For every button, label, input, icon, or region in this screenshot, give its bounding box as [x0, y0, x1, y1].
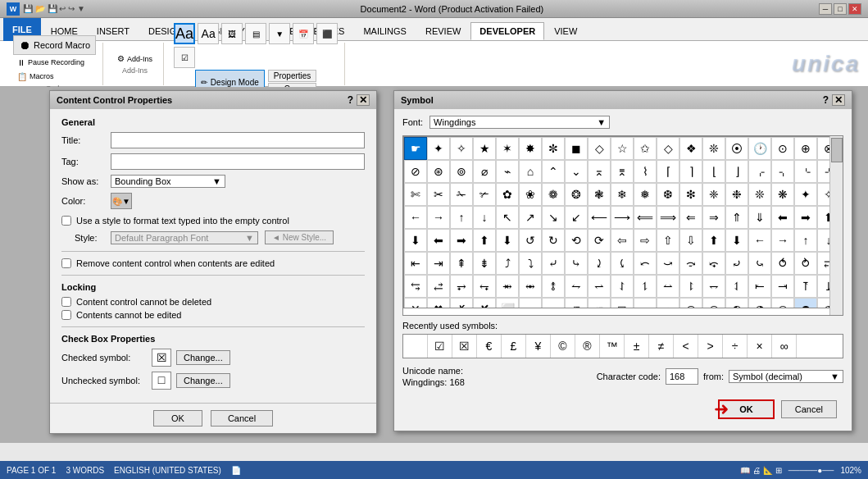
tab-view[interactable]: VIEW: [545, 22, 586, 40]
symbol-cell[interactable]: ⤻: [657, 252, 679, 275]
building-block-button[interactable]: ⬛: [316, 23, 338, 44]
close-button[interactable]: ✕: [848, 3, 861, 15]
symbol-cell[interactable]: ⊕: [794, 137, 817, 160]
symbol-cell[interactable]: ⥎: [657, 275, 679, 298]
symbol-cell[interactable]: ◉: [679, 298, 702, 308]
symbol-cell[interactable]: ⌀: [473, 160, 496, 183]
symbol-cell[interactable]: ⤴: [496, 252, 519, 275]
tab-developer[interactable]: DEVELOPER: [470, 22, 544, 40]
plain-text-control-button[interactable]: Aa: [198, 23, 219, 44]
cannot-delete-checkbox[interactable]: [61, 297, 71, 307]
combo-box-button[interactable]: ▤: [245, 23, 266, 44]
symbol-cell[interactable]: ⤼: [679, 252, 702, 275]
symbol-cell[interactable]: ➡: [794, 206, 817, 229]
symbol-cell[interactable]: ⇐: [679, 206, 702, 229]
recently-used-symbol-cell[interactable]: ≠: [649, 335, 674, 358]
symbol-cell[interactable]: ⥊: [565, 275, 588, 298]
symbol-cell[interactable]: ⥇: [496, 275, 519, 298]
symbol-cell[interactable]: ★: [473, 137, 496, 160]
symbol-cell[interactable]: ◽: [588, 298, 611, 308]
symbol-cancel-button[interactable]: Cancel: [781, 400, 837, 418]
symbol-cell[interactable]: ◓: [794, 298, 817, 308]
symbol-cell[interactable]: ⬆: [702, 229, 725, 252]
font-select[interactable]: Wingdings ▼: [429, 116, 610, 129]
symbol-cell[interactable]: ⇩: [679, 229, 702, 252]
symbol-cell[interactable]: ❊: [748, 183, 771, 206]
recently-used-symbol-cell[interactable]: ®: [575, 335, 600, 358]
ccp-ok-button[interactable]: OK: [153, 410, 202, 427]
symbol-cell[interactable]: ⌈: [657, 160, 679, 183]
symbol-cell[interactable]: ⬅: [771, 206, 794, 229]
symbol-cell[interactable]: ⤶: [542, 252, 565, 275]
symbol-cell[interactable]: ⬜: [496, 298, 519, 308]
symbol-cell[interactable]: →: [771, 229, 794, 252]
symbol-cell[interactable]: ❇: [679, 183, 702, 206]
symbol-cell[interactable]: ❋: [771, 183, 794, 206]
symbol-cell[interactable]: ✗: [450, 298, 473, 308]
symbol-cell[interactable]: ⌌: [748, 160, 771, 183]
symbol-cell[interactable]: ⊙: [771, 137, 794, 160]
symbol-cell[interactable]: ⌅: [588, 160, 611, 183]
symbol-cell[interactable]: ⊚: [450, 160, 473, 183]
symbol-cell[interactable]: ⤿: [748, 252, 771, 275]
checked-change-button[interactable]: Change...: [176, 350, 230, 365]
symbol-cell[interactable]: ⬇: [496, 229, 519, 252]
symbol-cell[interactable]: ↗: [519, 206, 542, 229]
symbol-cell[interactable]: ◾: [565, 298, 588, 308]
symbol-cell[interactable]: ⥆: [473, 275, 496, 298]
symbol-cell[interactable]: ❉: [725, 183, 748, 206]
symbol-cell[interactable]: ✼: [542, 137, 565, 160]
symbol-cell[interactable]: ⦿: [725, 137, 748, 160]
symbol-cell[interactable]: ⌇: [634, 160, 657, 183]
symbol-cell[interactable]: ⌉: [679, 160, 702, 183]
symbol-cell[interactable]: ↑: [450, 206, 473, 229]
zoom-slider[interactable]: ─────●──: [788, 466, 834, 475]
title-input[interactable]: [111, 132, 365, 148]
symbol-cell[interactable]: ⟶: [611, 206, 634, 229]
symbol-cell[interactable]: ⤵: [519, 252, 542, 275]
pause-recording-button[interactable]: ⏸ Pause Recording: [13, 57, 89, 69]
symbol-cell[interactable]: ⥐: [702, 275, 725, 298]
symbol-cell[interactable]: ⇧: [657, 229, 679, 252]
symbol-cell[interactable]: ⇦: [611, 229, 634, 252]
symbol-cell[interactable]: ⇞: [450, 252, 473, 275]
record-macro-button[interactable]: ⏺ Record Macro: [13, 35, 96, 55]
symbol-scrollbar[interactable]: [829, 136, 843, 315]
symbol-cell[interactable]: ○: [657, 298, 679, 308]
symbol-cell[interactable]: ◎: [702, 298, 725, 308]
symbol-cell[interactable]: ⥍: [634, 275, 657, 298]
maximize-button[interactable]: □: [834, 3, 847, 15]
symbol-cell[interactable]: ⇑: [725, 206, 748, 229]
symbol-cell[interactable]: ⌋: [725, 160, 748, 183]
symbol-cell[interactable]: ✕: [404, 298, 427, 308]
recently-used-symbol-cell[interactable]: <: [674, 335, 698, 358]
symbol-cell[interactable]: ⌎: [794, 160, 817, 183]
symbol-cell[interactable]: ◐: [725, 298, 748, 308]
symbol-cell[interactable]: ⥏: [679, 275, 702, 298]
symbol-cell[interactable]: ⬆: [473, 229, 496, 252]
symbol-cell[interactable]: ☆: [611, 137, 634, 160]
symbol-cell[interactable]: ⇟: [473, 252, 496, 275]
symbol-cell[interactable]: ⬇: [404, 229, 427, 252]
remove-when-edited-checkbox[interactable]: [61, 258, 71, 268]
recently-used-symbol-cell[interactable]: ☑: [428, 335, 452, 358]
symbol-cell[interactable]: ⥉: [542, 275, 565, 298]
recently-used-symbol-cell[interactable]: ±: [625, 335, 649, 358]
symbol-cell[interactable]: ⥈: [519, 275, 542, 298]
symbol-cell[interactable]: ⤺: [634, 252, 657, 275]
symbol-cell[interactable]: ⊘: [404, 160, 427, 183]
symbol-cell[interactable]: ←: [404, 206, 427, 229]
new-style-button[interactable]: ◄ New Style...: [265, 230, 334, 244]
symbol-cell[interactable]: ⥅: [450, 275, 473, 298]
picture-control-button[interactable]: 🖼: [221, 23, 243, 44]
symbol-cell[interactable]: ↘: [542, 206, 565, 229]
symbol-cell[interactable]: ⥋: [588, 275, 611, 298]
symbol-cell[interactable]: ✿: [496, 183, 519, 206]
recently-used-symbol-cell[interactable]: ©: [551, 335, 575, 358]
symbol-cell[interactable]: ⌆: [611, 160, 634, 183]
symbol-cell[interactable]: ⟸: [634, 206, 657, 229]
symbol-cell[interactable]: ⌁: [496, 160, 519, 183]
symbol-cell[interactable]: →: [427, 206, 450, 229]
ccp-cancel-button[interactable]: Cancel: [211, 410, 273, 427]
recently-used-symbol-cell[interactable]: ☒: [452, 335, 477, 358]
